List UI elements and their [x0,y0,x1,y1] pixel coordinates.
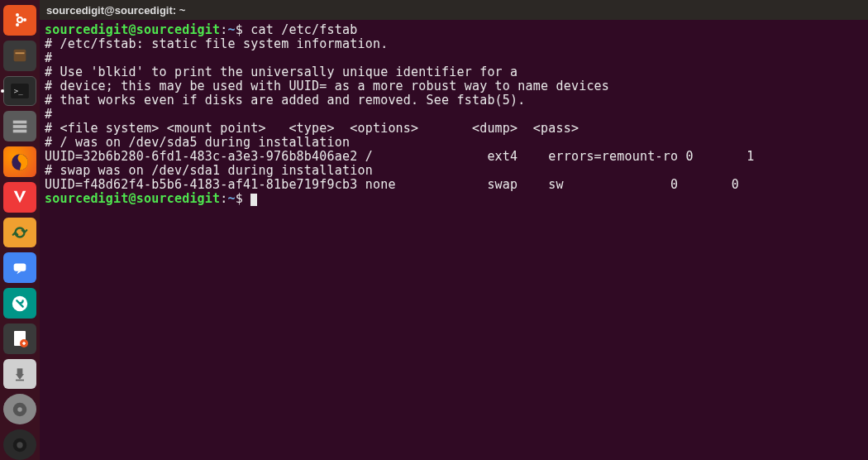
svg-point-3 [16,23,19,26]
output-line: # /etc/fstab: static file system informa… [45,36,388,51]
chat-icon [11,259,29,277]
terminal-body[interactable]: sourcedigit@sourcedigit:~$ cat /etc/fsta… [40,20,868,460]
sync-icon [11,223,29,242]
svg-rect-16 [17,368,23,374]
disk-icon [11,400,29,419]
window-title: sourcedigit@sourcedigit: ~ [46,4,185,17]
dock-downloads[interactable] [3,359,36,390]
wrench-icon [11,295,29,313]
dock-disks[interactable] [3,394,36,424]
download-icon [12,366,28,382]
note-icon [10,328,30,348]
svg-rect-9 [13,125,27,128]
output-line: # swap was on /dev/sda1 during installat… [45,163,373,178]
svg-rect-12 [14,263,26,271]
prompt-user: sourcedigit@sourcedigit [45,22,220,37]
svg-point-19 [17,407,22,412]
dock-settings[interactable] [3,111,36,141]
app-icon [11,436,29,454]
files-icon [11,46,29,65]
ubuntu-dock: >_ [0,0,40,460]
output-line: # [45,107,52,122]
dock-sync[interactable] [3,218,36,248]
drawer-icon [11,117,29,136]
dock-firefox[interactable] [3,146,36,177]
output-line: # that works even if disks are added and… [45,93,526,108]
dock-ubuntu-dash[interactable] [3,5,36,36]
svg-point-0 [17,17,22,22]
main-area: sourcedigit@sourcedigit: ~ sourcedigit@s… [40,0,868,460]
svg-rect-4 [14,50,26,62]
svg-rect-17 [16,380,24,381]
dock-terminal[interactable]: >_ [3,76,36,107]
dock-editor[interactable] [3,323,36,354]
dock-system-settings[interactable] [3,288,36,319]
terminal-cursor [250,194,257,206]
prompt-sigil: $ [236,22,243,37]
command-1: cat /etc/fstab [250,22,357,37]
svg-point-21 [17,442,22,448]
window-titlebar[interactable]: sourcedigit@sourcedigit: ~ [40,0,868,20]
prompt-sep: : [220,22,227,37]
dock-vivaldi[interactable] [3,182,36,213]
prompt-path: ~ [228,22,236,37]
output-line: # / was on /dev/sda5 during installation [45,135,350,150]
dock-files[interactable] [3,41,36,71]
svg-rect-5 [16,52,25,54]
output-line: UUID=f48d62f4-b5b6-4183-af41-81be719f9cb… [45,177,739,192]
svg-rect-10 [13,129,27,132]
prompt-sep: : [220,191,227,206]
terminal-icon: >_ [11,84,29,98]
svg-point-1 [23,18,26,22]
vivaldi-icon [11,188,29,206]
output-line: UUID=32b6b280-6fd1-483c-a3e3-976b8b406ae… [45,149,754,164]
output-line: # <file system> <mount point> <type> <op… [45,121,579,136]
svg-point-2 [16,13,19,17]
prompt-sigil: $ [236,191,243,206]
dock-app[interactable] [3,429,36,460]
output-line: # [45,50,52,65]
output-line: # device; this may be used with UUID= as… [45,79,609,93]
svg-text:>_: >_ [14,87,23,95]
firefox-icon [9,151,31,173]
output-line: # Use 'blkid' to print the universally u… [45,65,517,79]
ubuntu-icon [10,10,30,30]
svg-rect-8 [13,120,27,123]
prompt-user: sourcedigit@sourcedigit [45,191,220,206]
dock-chat[interactable] [3,252,36,283]
prompt-path: ~ [228,191,236,206]
